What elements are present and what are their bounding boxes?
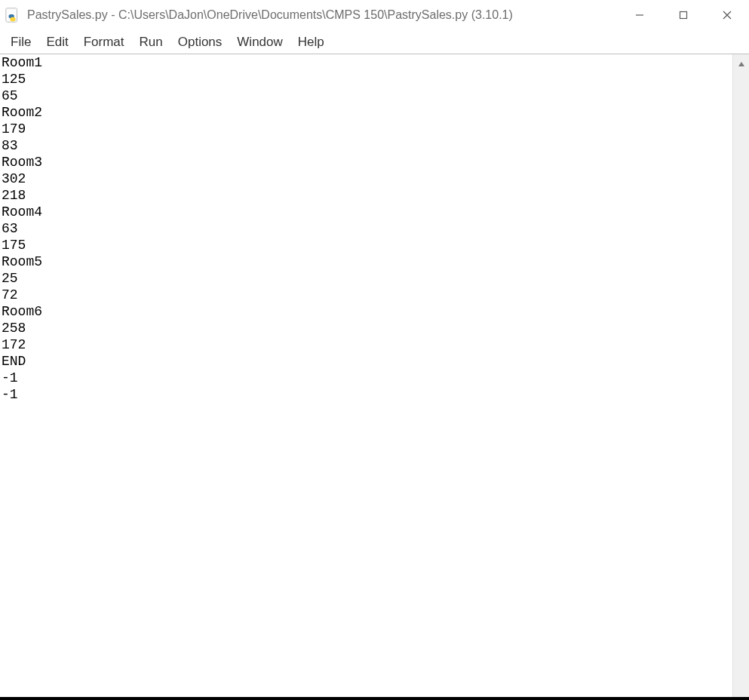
svg-rect-2: [680, 12, 687, 19]
menu-edit[interactable]: Edit: [38, 32, 75, 53]
minimize-button[interactable]: [618, 0, 662, 30]
menubar[interactable]: File Edit Format Run Options Window Help: [0, 30, 749, 54]
client-area: Room1 125 65 Room2 179 83 Room3 302 218 …: [0, 54, 749, 697]
window-controls: [618, 0, 749, 30]
window-title: PastrySales.py - C:\Users\DaJon\OneDrive…: [27, 8, 618, 22]
svg-marker-5: [738, 62, 744, 66]
close-button[interactable]: [705, 0, 749, 30]
vertical-scrollbar[interactable]: [732, 54, 749, 697]
menu-help[interactable]: Help: [290, 32, 332, 53]
menu-options[interactable]: Options: [170, 32, 230, 53]
menu-window[interactable]: Window: [229, 32, 290, 53]
python-file-icon: [5, 7, 21, 23]
text-editor[interactable]: Room1 125 65 Room2 179 83 Room3 302 218 …: [0, 54, 732, 697]
menu-run[interactable]: Run: [132, 32, 170, 53]
idle-window: PastrySales.py - C:\Users\DaJon\OneDrive…: [0, 0, 749, 700]
menu-file[interactable]: File: [3, 32, 38, 53]
menu-format[interactable]: Format: [76, 32, 132, 53]
titlebar[interactable]: PastrySales.py - C:\Users\DaJon\OneDrive…: [0, 0, 749, 30]
scroll-up-arrow-icon[interactable]: [733, 57, 749, 71]
maximize-button[interactable]: [662, 0, 705, 30]
window-bottom-border: [0, 697, 749, 700]
